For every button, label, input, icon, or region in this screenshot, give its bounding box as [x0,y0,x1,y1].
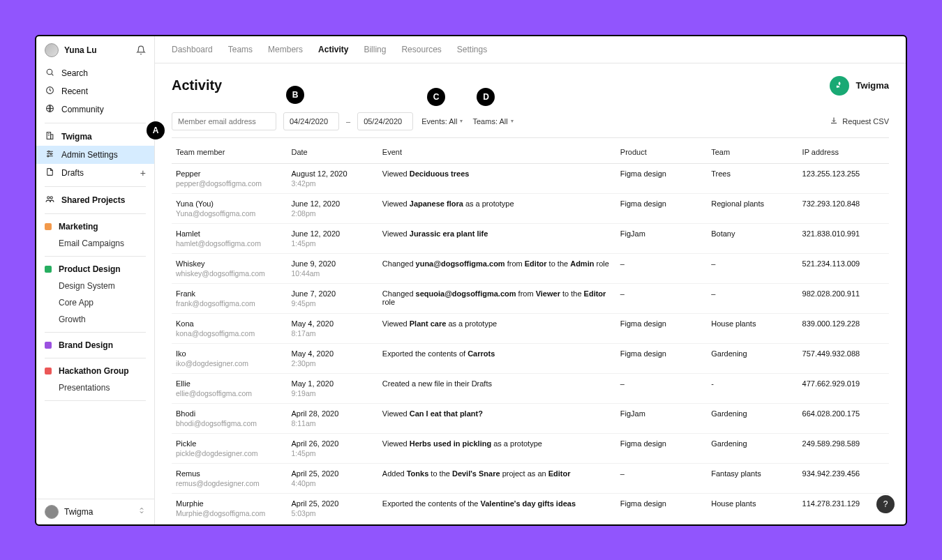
event-date: April 26, 2020 [291,439,373,448]
sidebar-project[interactable]: Design System [36,278,154,294]
member-email-input[interactable] [172,112,276,130]
org-avatar-icon [830,76,849,96]
callout-badge-b: B [286,86,304,104]
activity-table: Team member Date Event Product Team IP a… [172,138,889,524]
event-team: Gardening [707,403,798,433]
event-product: – [616,373,707,403]
sidebar-item-admin-settings[interactable]: Admin Settings [36,146,154,164]
sidebar-team[interactable]: Brand Design [36,337,154,354]
sliders-icon [45,149,54,160]
page-title: Activity [172,77,222,93]
topnav-tab-activity[interactable]: Activity [318,45,348,54]
table-row: Picklepickle@dogdesigner.comApril 26, 20… [172,433,889,463]
event-ip: 664.028.200.175 [798,403,889,433]
sidebar-footer-label: Twigma [64,507,93,517]
event-team: – [707,283,798,313]
callout-badge-a: A [147,121,165,139]
table-row: Konakona@dogsoffigma.comMay 4, 20208:17a… [172,313,889,343]
help-button[interactable]: ? [876,495,895,513]
topnav-tab-resources[interactable]: Resources [401,45,441,54]
sidebar-team[interactable]: Hackathon Group [36,363,154,379]
event-date: June 7, 2020 [291,289,373,298]
event-team: Botany [707,223,798,253]
event-time: 1:45pm [291,449,373,457]
topnav-tab-billing[interactable]: Billing [364,45,386,54]
table-row: Yuna (You)Yuna@dogsoffigma.comJune 12, 2… [172,193,889,223]
event-description: Changed yuna@dogsoffigma.com from Editor… [382,259,612,268]
sidebar-item-label: Design System [59,281,115,291]
event-product: Figma design [616,433,707,463]
event-description: Viewed Deciduous trees [382,169,612,178]
th-member[interactable]: Team member [172,138,287,164]
user-row[interactable]: Yuna Lu [36,36,154,64]
sidebar-project[interactable]: Core App [36,294,154,311]
sidebar-team[interactable]: Product Design [36,261,154,278]
event-time: 9:45pm [291,299,373,308]
topnav-tab-members[interactable]: Members [268,45,303,54]
sidebar-item-shared-projects[interactable]: Shared Projects [36,191,154,209]
table-row: Frankfrank@dogsoffigma.comJune 7, 20209:… [172,283,889,313]
topnav-tab-settings[interactable]: Settings [457,45,487,54]
event-date: June 12, 2020 [291,199,373,208]
event-ip: 732.293.120.848 [798,193,889,223]
sidebar-item-drafts[interactable]: Drafts + [36,164,154,182]
event-description: Added Tonks to the Devil's Snare project… [382,469,612,478]
bell-icon[interactable] [136,45,146,55]
table-row: Remusremus@dogdesigner.comApril 25, 2020… [172,463,889,493]
event-ip: 114.278.231.129 [798,493,889,523]
sidebar-project[interactable]: Email Campaigns [36,235,154,252]
sidebar-item-label: Presentations [59,383,110,393]
member-email: remus@dogdesigner.com [176,479,283,487]
sidebar-item-org[interactable]: Twigma [36,128,154,146]
team-color-icon [45,266,52,273]
th-product[interactable]: Product [616,138,707,164]
request-csv-button[interactable]: Request CSV [830,116,889,126]
sidebar-item-community[interactable]: Community [36,100,154,119]
topnav-tab-teams[interactable]: Teams [228,45,253,54]
org-badge[interactable]: Twigma [830,76,889,96]
topnav-tab-dashboard[interactable]: Dashboard [172,45,213,54]
sidebar-project[interactable]: Growth [36,311,154,328]
member-name: Ellie [176,379,283,388]
sidebar-item-label: Growth [59,315,86,324]
member-email: pickle@dogdesigner.com [176,449,283,457]
event-date: May 4, 2020 [291,349,373,358]
event-product: Figma design [616,313,707,343]
event-product: – [616,283,707,313]
date-to-input[interactable] [357,112,413,130]
event-date: May 4, 2020 [291,319,373,328]
events-filter-dropdown[interactable]: Events: All ▾ [420,114,464,128]
event-time: 4:40pm [291,479,373,487]
th-team[interactable]: Team [707,138,798,164]
sidebar-team[interactable]: Marketing [36,218,154,235]
teams-filter-dropdown[interactable]: Teams: All ▾ [471,114,514,128]
event-team: Gardening [707,433,798,463]
member-email: whiskey@dogsoffigma.com [176,269,283,278]
th-ip[interactable]: IP address [798,138,889,164]
sidebar-item-recent[interactable]: Recent [36,82,154,100]
org-badge-label: Twigma [856,80,889,91]
sidebar-footer[interactable]: Twigma [36,499,154,524]
chevron-updown-icon[interactable] [137,506,146,517]
member-name: Murphie [176,499,283,508]
sidebar-project[interactable]: Presentations [36,379,154,396]
event-date: May 1, 2020 [291,379,373,388]
th-event[interactable]: Event [378,138,616,164]
globe-icon [45,104,54,115]
event-time: 2:08pm [291,209,373,218]
page-header: Activity Twigma [172,76,889,96]
sidebar-item-label: Marketing [59,222,98,232]
plus-icon[interactable]: + [140,167,146,179]
event-team: Trees [707,523,798,524]
member-name: Remus [176,469,283,478]
table-row: Ikoiko@dogdesigner.comMay 4, 20202:30pmE… [172,343,889,373]
event-product: FigJam [616,223,707,253]
event-ip: 521.234.113.009 [798,253,889,283]
date-from-input[interactable] [283,112,339,130]
sidebar-item-search[interactable]: Search [36,64,154,82]
th-date[interactable]: Date [287,138,377,164]
event-product: FigJam [616,523,707,524]
team-color-icon [45,342,52,349]
sidebar-item-label: Search [61,68,88,78]
sidebar-item-label: Recent [61,86,88,96]
